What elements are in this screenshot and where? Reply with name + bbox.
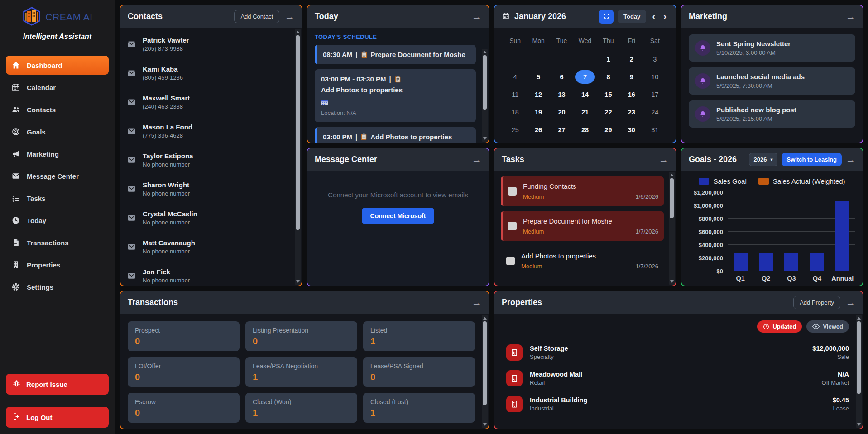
sidebar-item-contacts[interactable]: Contacts xyxy=(6,100,109,119)
calendar-day[interactable]: 21 xyxy=(573,105,596,119)
transaction-stage-card[interactable]: Escrow0 xyxy=(128,393,240,423)
task-row[interactable]: Add Photos to propertiesMedium1/7/2026 xyxy=(501,246,664,276)
contact-row[interactable]: Sharon WrightNo phone number xyxy=(127,181,290,197)
today-scrollbar[interactable] xyxy=(482,49,488,142)
connect-microsoft-button[interactable]: Connect Microsoft xyxy=(362,208,435,224)
contact-row[interactable]: Mason La Fond(775) 336-4628 xyxy=(127,123,290,139)
calendar-next-button[interactable]: › xyxy=(662,12,668,22)
message-center-arrow-link[interactable]: → xyxy=(472,155,481,164)
calendar-day[interactable]: 5 xyxy=(527,70,550,84)
transaction-stage-card[interactable]: Closed (Won)1 xyxy=(245,393,357,423)
task-row[interactable]: Prepare Document for MosheMedium1/7/2026 xyxy=(501,211,664,241)
transaction-stage-card[interactable]: Lease/PSA Signed0 xyxy=(363,357,475,387)
property-row[interactable]: Self StorageSpecialty$12,000,000Sale xyxy=(506,344,849,361)
calendar-day[interactable]: 13 xyxy=(550,87,573,102)
calendar-day[interactable]: 4 xyxy=(504,70,527,84)
calendar-day[interactable]: 23 xyxy=(620,105,643,119)
calendar-day[interactable]: 8 xyxy=(597,70,620,84)
filter-viewed-button[interactable]: Viewed xyxy=(806,320,849,333)
sidebar-item-tasks[interactable]: Tasks xyxy=(6,189,109,208)
message-center-panel: Message Center → Connect your Microsoft … xyxy=(307,148,489,286)
sidebar-item-goals[interactable]: Goals xyxy=(6,122,109,141)
calendar-day[interactable]: 27 xyxy=(550,123,573,137)
calendar-day-selected[interactable]: 7 xyxy=(573,70,596,84)
transaction-stage-card[interactable]: Prospect0 xyxy=(128,321,240,351)
task-checkbox[interactable] xyxy=(508,187,517,196)
calendar-day[interactable]: 20 xyxy=(550,105,573,119)
calendar-day[interactable]: 29 xyxy=(597,123,620,137)
tasks-arrow-link[interactable]: → xyxy=(659,155,668,164)
calendar-prev-button[interactable]: ‹ xyxy=(650,12,657,22)
transaction-stage-card[interactable]: Listed1 xyxy=(363,321,475,351)
calendar-day[interactable]: 9 xyxy=(620,70,643,84)
calendar-day[interactable]: 22 xyxy=(597,105,620,119)
goals-arrow-link[interactable]: → xyxy=(846,155,855,164)
property-row[interactable]: Industrial BuildingIndustrial$0.45Lease xyxy=(506,396,849,412)
contacts-scrollbar[interactable] xyxy=(295,29,301,285)
calendar-day[interactable]: 26 xyxy=(527,123,550,137)
today-arrow-link[interactable]: → xyxy=(472,12,481,21)
transaction-stage-card[interactable]: Lease/PSA Negotiation1 xyxy=(245,357,357,387)
logout-button[interactable]: Log Out xyxy=(6,407,109,428)
schedule-event[interactable]: 03:00 PM - 03:30 PM|Add Photos to proper… xyxy=(315,69,476,122)
transaction-stage-card[interactable]: LOI/Offer0 xyxy=(128,357,240,387)
calendar-day[interactable]: 28 xyxy=(573,123,596,137)
calendar-day[interactable]: 25 xyxy=(504,123,527,137)
properties-scrollbar[interactable] xyxy=(856,315,862,428)
properties-arrow-link[interactable]: → xyxy=(846,298,855,307)
contacts-arrow-link[interactable]: → xyxy=(285,12,294,21)
task-checkbox[interactable] xyxy=(506,257,515,265)
sidebar-item-today[interactable]: Today xyxy=(6,211,109,230)
calendar-day[interactable]: 19 xyxy=(527,105,550,119)
sidebar-item-marketing[interactable]: Marketing xyxy=(6,144,109,163)
contact-row[interactable]: Jon FickNo phone number xyxy=(127,268,290,284)
report-issue-button[interactable]: Report Issue xyxy=(6,374,109,395)
tasks-scrollbar[interactable] xyxy=(669,172,675,285)
switch-to-leasing-button[interactable]: Switch to Leasing xyxy=(782,153,842,166)
transaction-stage-card[interactable]: Closed (Lost)1 xyxy=(363,393,475,423)
sidebar-item-calendar[interactable]: Calendar xyxy=(6,78,109,97)
calendar-day[interactable]: 11 xyxy=(504,87,527,102)
calendar-day[interactable]: 31 xyxy=(643,123,667,137)
transaction-stage-card[interactable]: Listing Presentation0 xyxy=(245,321,357,351)
marketing-arrow-link[interactable]: → xyxy=(846,12,855,21)
transactions-scrollbar[interactable] xyxy=(482,315,488,428)
calendar-day[interactable]: 2 xyxy=(620,52,643,67)
add-property-button[interactable]: Add Property xyxy=(793,296,840,309)
transactions-arrow-link[interactable]: → xyxy=(472,298,481,307)
schedule-event[interactable]: 03:00 PM|Add Photos to properties xyxy=(315,127,476,143)
calendar-day[interactable]: 17 xyxy=(643,87,667,102)
contact-row[interactable]: Crystal McCaslinNo phone number xyxy=(127,210,290,226)
calendar-day[interactable]: 14 xyxy=(573,87,596,102)
sidebar-item-settings[interactable]: Settings xyxy=(6,277,109,296)
sidebar-item-properties[interactable]: Properties xyxy=(6,255,109,274)
calendar-day[interactable]: 12 xyxy=(527,87,550,102)
calendar-day[interactable]: 1 xyxy=(597,52,620,67)
contact-row[interactable]: Kami Kaba(805) 459-1236 xyxy=(127,65,290,81)
calendar-day[interactable]: 10 xyxy=(643,70,667,84)
calendar-day[interactable]: 18 xyxy=(504,105,527,119)
calendar-day[interactable]: 16 xyxy=(620,87,643,102)
contact-row[interactable]: Matt CavanaughNo phone number xyxy=(127,239,290,255)
task-checkbox[interactable] xyxy=(508,222,517,230)
task-row[interactable]: Funding ContactsMedium1/6/2026 xyxy=(501,176,664,206)
schedule-event[interactable]: 08:30 AM|Prepare Document for Moshe xyxy=(315,45,476,64)
contact-row[interactable]: Maxwell Smart(240) 463-2338 xyxy=(127,94,290,110)
calendar-day[interactable]: 15 xyxy=(597,87,620,102)
contact-row[interactable]: Patrick Vawter(205) 873-9988 xyxy=(127,36,290,52)
sidebar-item-dashboard[interactable]: Dashboard xyxy=(6,56,109,75)
calendar-day[interactable]: 24 xyxy=(643,105,667,119)
calendar-today-button[interactable]: Today xyxy=(618,10,646,23)
goals-year-select[interactable]: 2026 ▾ xyxy=(749,153,778,166)
filter-updated-button[interactable]: Updated xyxy=(757,320,802,333)
sidebar-item-transactions[interactable]: Transactions xyxy=(6,233,109,252)
calendar-day[interactable]: 6 xyxy=(550,70,573,84)
contact-row[interactable]: Taylor EstiponaNo phone number xyxy=(127,152,290,168)
calendar-day[interactable]: 3 xyxy=(643,52,667,67)
task-row[interactable]: Prepare for George Hillman MeetingMedium… xyxy=(501,281,664,286)
add-contact-button[interactable]: Add Contact xyxy=(234,10,279,23)
sidebar-item-message-center[interactable]: Message Center xyxy=(6,167,109,186)
property-row[interactable]: Meadowood MallRetailN/AOff Market xyxy=(506,370,849,386)
calendar-day[interactable]: 30 xyxy=(620,123,643,137)
calendar-expand-button[interactable] xyxy=(599,10,614,24)
